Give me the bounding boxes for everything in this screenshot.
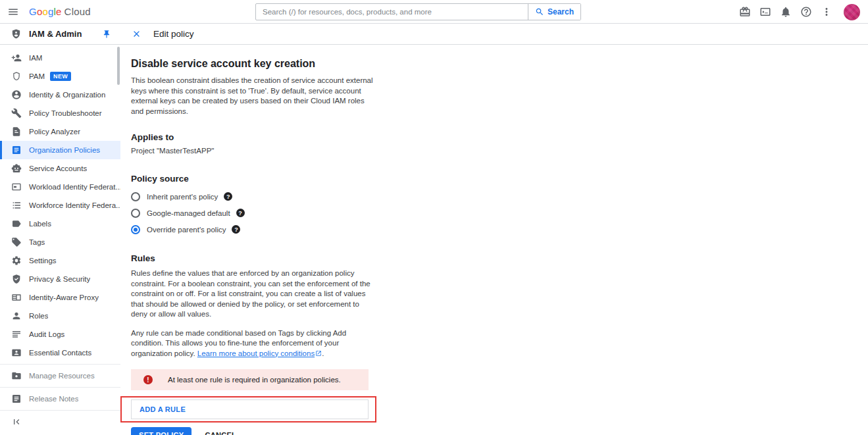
search-button[interactable]: Search bbox=[528, 4, 580, 20]
new-badge: NEW bbox=[50, 72, 71, 81]
radio-label: Override parent's policy bbox=[147, 226, 226, 234]
label-icon bbox=[11, 218, 22, 229]
more-vert-icon[interactable] bbox=[821, 6, 832, 18]
rules-heading: Rules bbox=[131, 253, 868, 263]
list-icon bbox=[11, 200, 22, 211]
sidebar-item-label: Organization Policies bbox=[29, 146, 100, 154]
sidebar-item-policy-analyzer[interactable]: Policy Analyzer bbox=[0, 122, 120, 141]
help-icon[interactable] bbox=[800, 6, 812, 18]
product-header: IAM & Admin bbox=[0, 24, 120, 44]
avatar[interactable] bbox=[844, 4, 860, 20]
cloud-shell-icon[interactable] bbox=[759, 6, 771, 18]
sidebar-item-workload-identity[interactable]: Workload Identity Federat... bbox=[0, 178, 120, 196]
divider bbox=[0, 364, 120, 365]
robot-icon bbox=[11, 163, 22, 174]
account-circle-icon bbox=[11, 90, 22, 100]
rules-paragraph-1: Rules define the values that are enforce… bbox=[131, 269, 373, 320]
sidebar-item-identity-aware-proxy[interactable]: Identity-Aware Proxy bbox=[0, 288, 120, 307]
sidebar-item-label: Settings bbox=[29, 257, 57, 265]
radio-inherit-parents-policy[interactable]: Inherit parent's policy ? bbox=[131, 190, 868, 203]
list-doc-icon bbox=[11, 145, 22, 155]
radio-label: Inherit parent's policy bbox=[147, 193, 218, 201]
release-notes-icon bbox=[11, 394, 22, 404]
radio-button[interactable] bbox=[131, 209, 140, 218]
sidebar-item-settings[interactable]: Settings bbox=[0, 251, 120, 270]
error-icon: ! bbox=[143, 375, 153, 384]
radio-google-managed-default[interactable]: Google-managed default ? bbox=[131, 207, 868, 219]
sidebar-item-label: IAM bbox=[29, 54, 42, 62]
sidebar-item-workforce-identity[interactable]: Workforce Identity Federa... bbox=[0, 196, 120, 215]
document-icon bbox=[11, 126, 22, 137]
sidebar-item-label: Policy Troubleshooter bbox=[29, 109, 102, 117]
iam-admin-shield-icon bbox=[11, 28, 22, 39]
person-add-icon bbox=[11, 53, 22, 63]
sidebar-item-label: Manage Resources bbox=[29, 372, 95, 380]
set-policy-button[interactable]: SET POLICY bbox=[131, 427, 191, 435]
external-link-icon[interactable] bbox=[315, 350, 322, 357]
sidebar-item-manage-resources[interactable]: Manage Resources bbox=[0, 367, 120, 385]
top-app-bar: Google Cloud Search bbox=[0, 0, 868, 24]
sidebar-item-roles[interactable]: Roles bbox=[0, 307, 120, 325]
radio-button-checked[interactable] bbox=[131, 225, 140, 234]
sidebar-item-service-accounts[interactable]: Service Accounts bbox=[0, 159, 120, 178]
add-a-rule-button[interactable]: ADD A RULE bbox=[131, 399, 369, 419]
applies-to-heading: Applies to bbox=[131, 132, 868, 142]
rules-paragraph-2-period: . bbox=[322, 349, 324, 357]
sidebar-item-label: Audit Logs bbox=[29, 330, 64, 338]
sidebar-item-label: Workload Identity Federat... bbox=[29, 183, 120, 191]
card-icon bbox=[11, 182, 22, 192]
constraint-description: This boolean constraint disables the cre… bbox=[131, 76, 373, 116]
folder-gear-icon bbox=[11, 371, 22, 381]
search-input[interactable] bbox=[256, 4, 528, 20]
learn-more-link[interactable]: Learn more about policy conditions bbox=[197, 349, 315, 357]
shield-check-icon bbox=[11, 274, 22, 284]
page-title: Edit policy bbox=[153, 29, 194, 39]
sidebar-item-essential-contacts[interactable]: Essential Contacts bbox=[0, 344, 120, 362]
sidebar-item-release-notes[interactable]: Release Notes bbox=[0, 390, 120, 408]
pin-icon[interactable] bbox=[102, 30, 111, 39]
proxy-icon bbox=[11, 292, 22, 303]
help-question-icon[interactable]: ? bbox=[232, 225, 240, 234]
sidebar-item-pam[interactable]: PAM NEW bbox=[0, 67, 120, 86]
sidebar-item-label: Identity & Organization bbox=[29, 91, 105, 99]
sidebar-item-iam[interactable]: IAM bbox=[0, 49, 120, 67]
sidebar-item-identity-organization[interactable]: Identity & Organization bbox=[0, 86, 120, 104]
cancel-button[interactable]: CANCEL bbox=[205, 427, 236, 435]
sidebar-item-labels[interactable]: Labels bbox=[0, 215, 120, 233]
bell-icon[interactable] bbox=[780, 6, 792, 18]
help-question-icon[interactable]: ? bbox=[236, 209, 245, 217]
sidebar-item-label: Essential Contacts bbox=[29, 349, 91, 357]
collapse-sidebar-button[interactable] bbox=[0, 413, 120, 431]
hamburger-menu-icon[interactable] bbox=[0, 0, 26, 24]
sidebar-item-label: PAM bbox=[29, 72, 45, 80]
sidebar-item-privacy-security[interactable]: Privacy & Security bbox=[0, 270, 120, 288]
policy-source-heading: Policy source bbox=[131, 174, 868, 184]
tag-icon bbox=[11, 237, 22, 247]
divider bbox=[0, 387, 120, 388]
wrench-icon bbox=[11, 108, 22, 118]
help-question-icon[interactable]: ? bbox=[224, 192, 232, 201]
sidebar-item-organization-policies[interactable]: Organization Policies bbox=[0, 141, 120, 159]
sidebar-item-label: Release Notes bbox=[29, 395, 78, 403]
applies-to-value: Project "MasterTestAPP" bbox=[131, 147, 868, 155]
radio-override-parents-policy[interactable]: Override parent's policy ? bbox=[131, 223, 868, 236]
product-header-bar: IAM & Admin Edit policy bbox=[0, 24, 868, 45]
gear-icon bbox=[11, 255, 22, 266]
gift-icon[interactable] bbox=[739, 6, 751, 18]
add-a-rule-label: ADD A RULE bbox=[140, 405, 186, 413]
logo-letter: G bbox=[29, 6, 37, 17]
sidebar-item-label: Policy Analyzer bbox=[29, 128, 80, 136]
close-icon[interactable] bbox=[132, 29, 141, 39]
sidebar-item-policy-troubleshooter[interactable]: Policy Troubleshooter bbox=[0, 104, 120, 122]
radio-button[interactable] bbox=[131, 192, 140, 201]
logo-cloud-text: Cloud bbox=[64, 6, 91, 17]
rules-paragraph-2: Any rule can be made conditional based o… bbox=[131, 328, 373, 359]
collapse-icon bbox=[11, 417, 22, 427]
error-message: At least one rule is required in organiz… bbox=[168, 376, 341, 384]
lines-icon bbox=[11, 329, 22, 340]
person-icon bbox=[11, 311, 22, 321]
sidebar-item-audit-logs[interactable]: Audit Logs bbox=[0, 325, 120, 344]
sidebar-item-label: Privacy & Security bbox=[29, 275, 90, 283]
search-bar: Search bbox=[255, 3, 581, 20]
sidebar-item-tags[interactable]: Tags bbox=[0, 233, 120, 251]
